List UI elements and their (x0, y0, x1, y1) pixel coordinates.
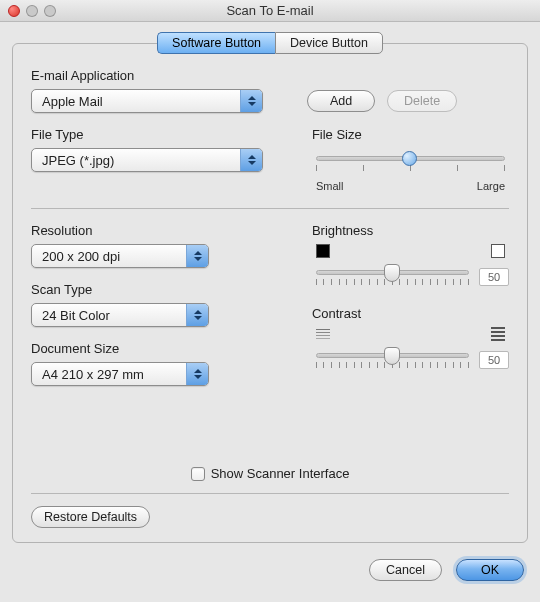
show-scanner-checkbox[interactable] (191, 467, 205, 481)
file-size-max-label: Large (477, 180, 505, 192)
resolution-label: Resolution (31, 223, 282, 238)
popup-arrows-icon (186, 363, 208, 385)
show-scanner-row: Show Scanner Interface (31, 466, 509, 481)
resolution-section: Resolution 200 x 200 dpi (31, 223, 282, 268)
file-type-section: File Type JPEG (*.jpg) (31, 127, 282, 192)
contrast-high-icon (491, 327, 505, 341)
ok-button[interactable]: OK (456, 559, 524, 581)
brightness-slider[interactable] (312, 262, 473, 292)
contrast-section: Contrast 50 (312, 306, 509, 375)
contrast-value[interactable]: 50 (479, 351, 509, 369)
file-type-label: File Type (31, 127, 282, 142)
email-application-section: E-mail Application Apple Mail Add Delete (31, 68, 509, 113)
file-size-section: File Size Small Large (312, 127, 509, 192)
separator (31, 493, 509, 494)
file-size-thumb[interactable] (402, 151, 417, 166)
titlebar: Scan To E-mail (0, 0, 540, 22)
zoom-window-button[interactable] (44, 5, 56, 17)
dialog-footer: Cancel OK (0, 551, 540, 593)
contrast-label: Contrast (312, 306, 509, 321)
brightness-section: Brightness 50 (312, 223, 509, 292)
minimize-window-button[interactable] (26, 5, 38, 17)
popup-arrows-icon (186, 245, 208, 267)
file-size-label: File Size (312, 127, 509, 142)
email-application-label: E-mail Application (31, 68, 509, 83)
restore-defaults-button[interactable]: Restore Defaults (31, 506, 150, 528)
file-type-popup[interactable]: JPEG (*.jpg) (31, 148, 263, 172)
show-scanner-label: Show Scanner Interface (211, 466, 350, 481)
brightness-black-icon (316, 244, 330, 258)
file-size-slider[interactable] (312, 148, 509, 178)
settings-pane: E-mail Application Apple Mail Add Delete… (12, 43, 528, 543)
brightness-label: Brightness (312, 223, 509, 238)
close-window-button[interactable] (8, 5, 20, 17)
scan-type-label: Scan Type (31, 282, 282, 297)
email-application-value: Apple Mail (42, 94, 103, 109)
document-size-value: A4 210 x 297 mm (42, 367, 144, 382)
window-controls (8, 5, 56, 17)
tab-device-button[interactable]: Device Button (275, 32, 383, 54)
popup-arrows-icon (240, 149, 262, 171)
contrast-thumb[interactable] (384, 347, 400, 365)
add-button[interactable]: Add (307, 90, 375, 112)
brightness-white-icon (491, 244, 505, 258)
scan-type-popup[interactable]: 24 Bit Color (31, 303, 209, 327)
delete-button: Delete (387, 90, 457, 112)
contrast-low-icon (316, 327, 330, 341)
tab-software-button[interactable]: Software Button (157, 32, 275, 54)
cancel-button[interactable]: Cancel (369, 559, 442, 581)
resolution-popup[interactable]: 200 x 200 dpi (31, 244, 209, 268)
email-application-popup[interactable]: Apple Mail (31, 89, 263, 113)
file-type-value: JPEG (*.jpg) (42, 153, 114, 168)
brightness-thumb[interactable] (384, 264, 400, 282)
document-size-section: Document Size A4 210 x 297 mm (31, 341, 282, 386)
window-title: Scan To E-mail (0, 3, 540, 18)
separator (31, 208, 509, 209)
popup-arrows-icon (240, 90, 262, 112)
document-size-label: Document Size (31, 341, 282, 356)
document-size-popup[interactable]: A4 210 x 297 mm (31, 362, 209, 386)
popup-arrows-icon (186, 304, 208, 326)
resolution-value: 200 x 200 dpi (42, 249, 120, 264)
file-size-min-label: Small (316, 180, 344, 192)
tab-bar: Software Button Device Button (12, 32, 528, 54)
scan-type-section: Scan Type 24 Bit Color (31, 282, 282, 327)
scan-type-value: 24 Bit Color (42, 308, 110, 323)
contrast-slider[interactable] (312, 345, 473, 375)
brightness-value[interactable]: 50 (479, 268, 509, 286)
